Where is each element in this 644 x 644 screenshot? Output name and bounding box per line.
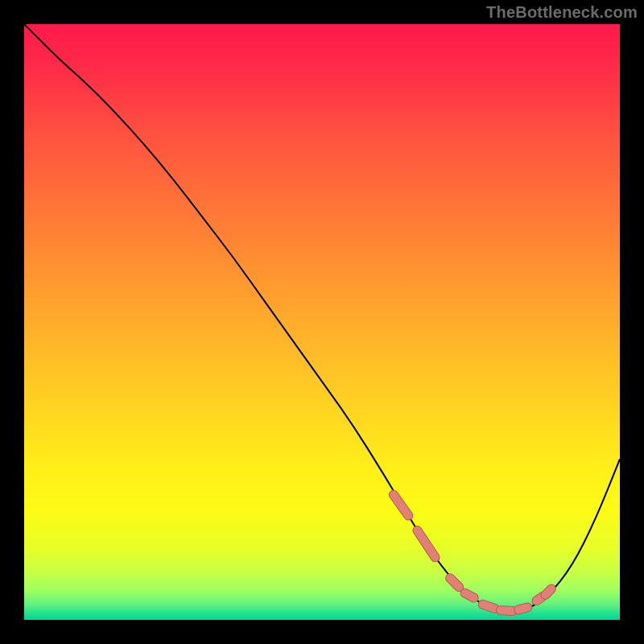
- watermark-label: TheBottleneck.com: [486, 3, 638, 22]
- svg-rect-0: [24, 24, 620, 620]
- plot-area: [24, 24, 620, 620]
- chart-stage: TheBottleneck.com: [0, 0, 644, 644]
- gradient-background: [24, 24, 620, 620]
